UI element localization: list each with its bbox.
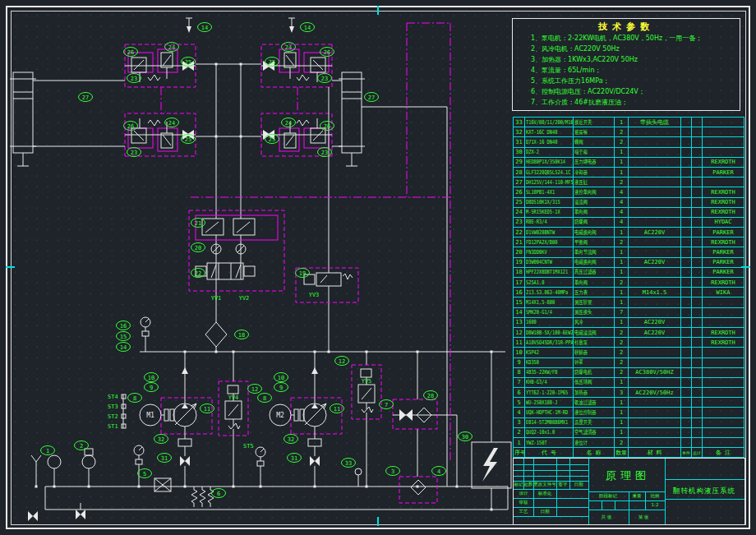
balloon-number: 2: [80, 443, 83, 450]
parts-cell: 10: [514, 348, 525, 357]
parts-cell: 2: [615, 178, 629, 187]
gauge-assembly-upper: [141, 317, 150, 344]
parts-header-cell: 备 注: [703, 448, 744, 458]
parts-cell: [681, 417, 692, 427]
parts-cell: 防爆电机: [574, 367, 615, 377]
balloon-number: 28: [427, 393, 434, 399]
parts-cell: D1VW020BNTW: [525, 228, 574, 238]
parts-cell: D71X-16 DN40: [525, 137, 574, 147]
parts-cell: [703, 307, 744, 317]
tb-date-label: 日期: [574, 482, 583, 487]
parts-cell: PARKER: [703, 247, 744, 257]
parts-cell: [703, 417, 744, 427]
parts-cell: [629, 127, 681, 137]
parts-cell: [692, 137, 703, 147]
parts-cell: 空气滤清器: [574, 427, 615, 437]
parts-cell: AC220V/50Hz: [629, 388, 681, 398]
parts-cell: 4: [615, 197, 629, 207]
parts-cell: [692, 307, 703, 317]
parts-row: 4UQK-HDPTHC-1M-RD液位控制器1: [514, 408, 744, 417]
parts-cell: [629, 278, 681, 288]
parts-cell: [692, 348, 703, 357]
balloon-number: 25: [185, 136, 191, 143]
parts-cell: PARKER: [703, 267, 744, 277]
balloon-number: 25: [269, 136, 275, 143]
parts-cell: 18: [514, 267, 525, 277]
parts-cell: [703, 377, 744, 387]
parts-cell: REXROTH: [703, 187, 744, 197]
parts-cell: 7: [514, 377, 525, 387]
parts-cell: 平衡阀: [574, 238, 615, 247]
tech-params-list: 1、泵电机：2-22KW电机，AC380V，50Hz，一用一备；2、风冷电机：A…: [513, 33, 740, 108]
parts-cell: [629, 267, 681, 277]
parts-cell: 2: [615, 327, 629, 337]
parts-cell: UQK-HDPTHC-1M-RD: [525, 408, 574, 417]
parts-cell: [629, 297, 681, 307]
parts-cell: 1: [615, 267, 629, 277]
parts-cell: T16V/80/11/200/M16Y20: [525, 118, 574, 127]
parts-cell: REXROTH: [703, 207, 744, 217]
parts-row: 22D1VW020BNTW电磁换向阀1AC220VPARKER: [514, 228, 744, 238]
test-coupling-right: [288, 18, 295, 33]
parts-cell: 1: [615, 417, 629, 427]
parts-cell: 单向阀: [574, 207, 615, 217]
technical-parameters-panel: 技术参数 1、泵电机：2-22KW电机，AC380V，50Hz，一用一备；2、风…: [512, 18, 740, 111]
balloon-number: 23: [321, 150, 328, 156]
balloon-number: 12: [251, 386, 258, 393]
parts-cell: 29: [514, 157, 525, 167]
parts-cell: FN3DD0KV: [525, 247, 574, 257]
parts-cell: 1: [615, 167, 629, 177]
parts-cell: [692, 207, 703, 217]
tb-check-label: 审核: [519, 500, 528, 505]
parts-cell: [681, 398, 692, 408]
relief-valve-2: [352, 365, 381, 419]
parts-cell: [692, 398, 703, 408]
parts-row: 23RBE-R3/4防爆阀4HYDAC: [514, 217, 744, 227]
parts-cell: [692, 178, 703, 187]
parts-cell: 1: [615, 297, 629, 307]
parts-cell: [703, 147, 744, 157]
parts-cell: 1: [615, 408, 629, 417]
parts-cell: 3: [615, 388, 629, 398]
balloon-number: 25: [185, 59, 191, 66]
parts-cell: [692, 327, 703, 337]
parts-cell: 2: [615, 137, 629, 147]
balloon-number: 8: [133, 395, 136, 402]
balloon-number: 14: [201, 25, 208, 31]
parts-cell: [703, 398, 744, 408]
parts-cell: [703, 137, 744, 147]
parts-cell: 13: [514, 317, 525, 327]
parts-cell: HYDAC: [703, 217, 744, 227]
label-ST5: ST5: [243, 443, 254, 450]
parts-cell: [692, 157, 703, 167]
parts-cell: [681, 167, 692, 177]
parts-cell: [629, 217, 681, 227]
parts-cell: [681, 207, 692, 217]
parts-row: 14SMK20-G1/4测压接头7: [514, 307, 744, 317]
parts-cell: 11: [514, 338, 525, 348]
parts-cell: [703, 357, 744, 367]
parts-cell: [692, 408, 703, 417]
tb-stage-label: 阶段标记: [599, 493, 617, 499]
parts-cell: 2: [615, 438, 629, 448]
parts-cell: 1600: [525, 317, 574, 327]
parts-cell: 防爆阀: [574, 217, 615, 227]
parts-cell: 单向阀: [574, 278, 615, 288]
parts-cell: 26: [514, 187, 525, 197]
tank-assembly: [28, 449, 508, 521]
balloon-number: 26: [324, 123, 330, 130]
parts-cell: 1: [615, 377, 629, 387]
parts-cell: 电磁溢流阀: [574, 327, 615, 337]
parts-cell: 17: [514, 278, 525, 288]
parts-row: 19D3W004CNTW电磁换向阀1AC220VPARKER: [514, 257, 744, 267]
parts-cell: 12: [514, 327, 525, 337]
parts-cell: 27: [514, 178, 525, 187]
balloon-number: 12: [339, 358, 345, 365]
parts-cell: [629, 338, 681, 348]
parts-cell: 4: [615, 187, 629, 197]
parts-header-cell: 名 称: [574, 448, 615, 458]
hydraulic-cylinder-right: [339, 72, 365, 166]
balloon-number: 22: [195, 270, 201, 277]
parts-cell: 2: [615, 357, 629, 367]
parts-cell: 4B35-22KW/FB: [525, 367, 574, 377]
